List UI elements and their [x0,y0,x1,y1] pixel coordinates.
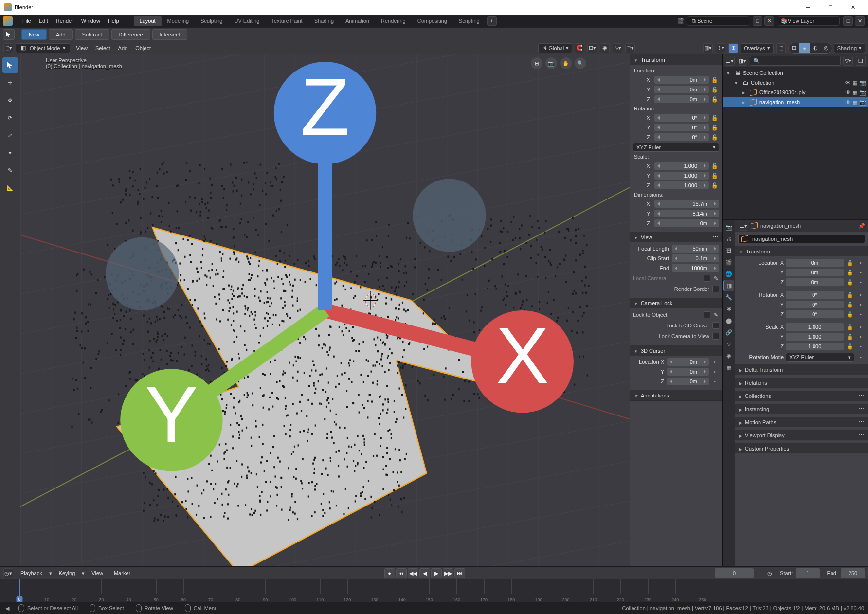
props-num-input[interactable]: 1.000 [786,343,844,350]
vpheader-menu-select[interactable]: Select [91,43,114,53]
snap-target-dropdown[interactable]: ⊡▾ [587,43,597,53]
lock-icon[interactable]: 🔓 [710,172,719,180]
lock-icon[interactable]: 🔓 [710,162,719,170]
blender-menu-icon[interactable] [3,16,13,26]
nav-gizmo[interactable]: X Y Z [20,54,630,566]
eye-icon[interactable]: 👁 [845,99,850,106]
lock-icon[interactable]: 🔓 [846,260,854,266]
workspace-tab-animation[interactable]: Animation [340,16,375,26]
wireframe-shading-button[interactable]: ⊞ [789,43,799,53]
disclosure-icon[interactable]: ▾ [724,70,732,76]
editor-type-button[interactable]: ⬚▾ [3,43,13,53]
lock-icon[interactable]: 🔓 [846,324,854,330]
ptab-render-icon[interactable]: 📷 [723,222,734,233]
ptab-viewlayer-icon[interactable]: 🖼 [723,245,734,256]
cursor-icon-button[interactable] [3,29,15,40]
workspace-tab-texture-paint[interactable]: Texture Paint [265,16,308,26]
workspace-tab-layout[interactable]: Layout [134,16,162,26]
props-num-input[interactable]: 0m [786,259,844,267]
focal-length-input[interactable]: 50mm [672,245,719,253]
minimize-button[interactable]: ─ [797,0,819,15]
new-viewlayer-button[interactable]: □ [843,16,853,26]
lock-icon[interactable]: 🔓 [710,95,719,103]
props-rotation-mode-dropdown[interactable]: XYZ Euler▾ [786,353,854,362]
next-key-button[interactable]: ▶▶ [443,568,453,578]
shading-dropdown[interactable]: Shading ▾ [834,43,865,53]
disclosure-icon[interactable]: ▸ [740,90,748,96]
orientation-dropdown[interactable]: ↯ Global ▾ [538,43,572,53]
play-reverse-button[interactable]: ◀ [419,568,430,578]
bool-add-button[interactable]: Add [49,29,73,40]
object-name-field[interactable]: navigation_mesh [738,235,865,243]
rotate-tool[interactable]: ⟳ [2,110,18,126]
scale-y-input[interactable]: 1.000 [654,172,709,180]
props-num-input[interactable]: 0m [786,278,844,286]
jump-end-button[interactable]: ⏭ [454,568,465,578]
measure-tool[interactable]: 📐 [2,180,18,196]
outliner-new-collection-button[interactable]: ❏ [856,56,866,66]
workspace-tab-compositing[interactable]: Compositing [412,16,453,26]
ptab-material-icon[interactable]: ◉ [723,350,734,361]
ptab-texture-icon[interactable]: ▦ [723,362,734,373]
prev-key-button[interactable]: ◀◀ [408,568,418,578]
cursor-x-input[interactable]: 0m [667,358,709,366]
outliner-layers-button[interactable]: ◨▾ [738,56,747,66]
panel-options-icon[interactable]: ⋯ [713,56,718,63]
panel-options-icon[interactable]: ⋯ [859,379,864,386]
lock-icon[interactable]: 🔓 [846,343,854,350]
xray-toggle[interactable]: ⬚ [776,43,786,53]
delete-viewlayer-button[interactable]: ✕ [855,16,865,26]
lock-3dcursor-checkbox[interactable] [712,322,719,329]
properties-type-button[interactable]: ☰▾ [739,221,748,231]
selectable-icon[interactable]: 📷 [859,99,866,106]
proportional-connected-dropdown[interactable]: ◠▾ [625,43,635,53]
workspace-tab-scripting[interactable]: Scripting [453,16,486,26]
proportional-falloff-dropdown[interactable]: ∿▾ [613,43,622,53]
panel-options-icon[interactable]: ⋯ [859,419,864,425]
proportional-toggle[interactable]: ◉ [600,43,610,53]
panel-options-icon[interactable]: ⋯ [713,234,718,240]
scale-tool[interactable]: ⤢ [2,127,18,143]
lock-object-field[interactable] [704,311,710,318]
vpheader-menu-object[interactable]: Object [131,43,155,53]
lock-icon[interactable]: 🔓 [710,76,719,84]
annotate-tool[interactable]: ✎ [2,163,18,178]
outliner-search[interactable]: 🔍 [750,56,841,66]
clip-start-input[interactable]: 0.1m [672,254,719,262]
lock-icon[interactable]: 🔓 [846,311,854,318]
panel-options-icon[interactable]: ⋯ [713,392,718,398]
panel-options-icon[interactable]: ⋯ [859,406,864,412]
viewlayer-selector[interactable]: 📚 [778,16,840,26]
visibility-dropdown[interactable]: ▥▾ [703,43,713,53]
outliner-filter-button[interactable]: ▽▾ [843,56,853,66]
timeline-marker-menu[interactable]: Marker [110,568,134,578]
lock-camview-checkbox[interactable] [712,333,719,340]
play-button[interactable]: ▶ [431,568,442,578]
props-num-input[interactable]: 1.000 [786,323,844,331]
outliner-collection-row[interactable]: ▾ 🗀 Collection 👁▦📷 [723,78,868,88]
cursor-tool[interactable]: ✛ [2,75,18,90]
rotation-mode-dropdown[interactable]: XYZ Euler▾ [633,143,719,152]
props-panel-collections[interactable]: Collections⋯ [735,391,868,401]
bool-subtract-button[interactable]: Subtract [75,29,109,40]
props-panel-delta-transform[interactable]: Delta Transform⋯ [735,364,868,375]
overlays-toggle[interactable]: ⊕ [728,43,738,53]
selectable-icon[interactable]: 📷 [859,90,866,96]
workspace-tab-uv-editing[interactable]: UV Editing [228,16,265,26]
panel-options-icon[interactable]: ⋯ [859,248,864,254]
location-y-input[interactable]: 0m [654,86,709,93]
outliner-display-mode[interactable]: ☰▾ [725,56,735,66]
timeline-cursor[interactable]: 0 [19,579,20,602]
npanel-3dcursor-header[interactable]: 3D Cursor⋯ [630,345,722,356]
ptab-object-icon[interactable]: ◨ [723,280,734,291]
rendered-shading-button[interactable]: ◎ [821,43,832,53]
props-num-input[interactable]: 0° [786,291,844,299]
add-workspace-button[interactable]: + [487,16,497,26]
props-transform-header[interactable]: Transform⋯ [735,246,868,256]
snap-toggle[interactable]: 🧲 [575,43,584,53]
shading-mode-segmented[interactable]: ⊞ ● ◐ ◎ [788,43,832,54]
props-panel-custom-properties[interactable]: Custom Properties⋯ [735,443,868,453]
clip-end-input[interactable]: 1000m [672,264,719,272]
timeline-view-menu[interactable]: View [88,568,107,578]
ptab-output-icon[interactable]: 🖨 [723,234,734,244]
